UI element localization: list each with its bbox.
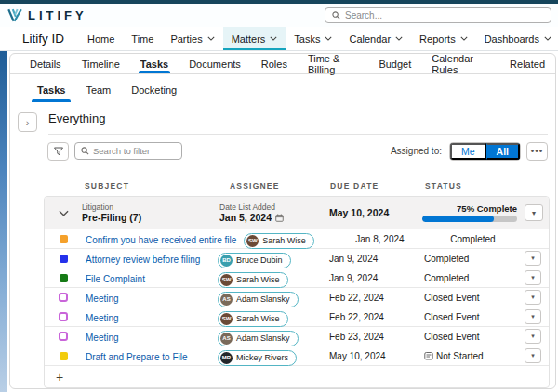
nav-item-tasks[interactable]: Tasks [286, 27, 340, 50]
tasks-table: SUBJECT ASSIGNEE DUE DATE STATUS Litigat… [44, 181, 550, 388]
app-launcher-icon[interactable] [7, 33, 11, 46]
app-nav-bar: Litify ID Home Time Parties Matters Task… [0, 27, 558, 51]
tab-roles[interactable]: Roles [251, 54, 298, 73]
assignee-name: Adam Slansky [236, 294, 290, 304]
nav-item-label: Dashboards [485, 33, 539, 45]
tab-tasks[interactable]: Tasks [130, 54, 179, 73]
task-subject-link[interactable]: Confirm you have received entire file [82, 235, 236, 245]
record-tabs: DetailsTimelineTasksDocumentsRolesTime &… [10, 54, 555, 74]
tab-timeline[interactable]: Timeline [72, 54, 130, 73]
nav-item-label: Tasks [294, 33, 320, 45]
assignee-pill[interactable]: SW Sarah Wise [244, 233, 314, 249]
nav-item-time[interactable]: Time [123, 27, 162, 50]
more-actions-button[interactable]: ••• [526, 142, 548, 161]
tab-documents[interactable]: Documents [179, 54, 251, 73]
nav-item-matters[interactable]: Matters [223, 27, 286, 50]
nav-item-reports[interactable]: Reports [411, 27, 476, 50]
date-list-added-label: Date List Added [219, 203, 324, 212]
due-date: Jan 9, 2024 [324, 273, 420, 283]
table-row: Confirm you have received entire file SW… [45, 229, 549, 248]
chevron-down-icon [270, 36, 277, 41]
row-actions-button[interactable]: ▾ [525, 270, 541, 285]
nav-item-home[interactable]: Home [79, 27, 123, 50]
col-due-date: DUE DATE [325, 181, 421, 190]
brand-bar: LITIFY [0, 4, 558, 27]
group-progress: 75% Complete [420, 203, 525, 222]
sub-tab-tasks[interactable]: Tasks [27, 85, 75, 102]
task-subject-link[interactable]: Meeting [82, 333, 119, 343]
tab-calendar-rules[interactable]: Calendar Rules [421, 54, 499, 73]
assigned-me-button[interactable]: Me [450, 143, 486, 160]
assignee-name: Sarah Wise [236, 314, 280, 323]
assignee-name: Adam Slansky [236, 333, 290, 343]
search-icon [81, 147, 89, 155]
record-tab-label: Related [510, 59, 545, 70]
filter-search[interactable] [74, 142, 182, 160]
sub-tab-team[interactable]: Team [75, 85, 121, 102]
due-date: Feb 22, 2024 [324, 312, 420, 322]
row-actions-button[interactable]: ▾ [525, 309, 541, 324]
task-subject-link[interactable]: Meeting [82, 313, 119, 323]
calendar-icon[interactable] [275, 214, 284, 222]
tab-time-billing[interactable]: Time & Billing [298, 54, 368, 73]
row-actions-button[interactable]: ▾ [525, 329, 541, 344]
sub-tab-label: Docketing [131, 85, 177, 96]
group-type-label: Litigation [82, 203, 210, 212]
group-actions-button[interactable]: ▾ [525, 204, 543, 221]
nav-items: Home Time Parties Matters Tasks Calendar… [79, 27, 558, 50]
litify-logo-text: LITIFY [28, 8, 87, 22]
nav-item-label: Reports [419, 33, 456, 45]
status-text: Completed [450, 234, 495, 244]
assigned-to-toggle: Me All [449, 142, 521, 161]
tab-details[interactable]: Details [20, 54, 72, 73]
chevron-down-icon [395, 36, 403, 41]
filter-button[interactable] [47, 142, 69, 161]
app-name[interactable]: Litify ID [22, 32, 64, 46]
caret-down-icon: ▾ [532, 209, 536, 217]
task-subject-link[interactable]: Draft and Prepare to File [82, 352, 188, 362]
assignee-pill[interactable]: SW Sarah Wise [218, 272, 288, 288]
row-actions-button[interactable]: ▾ [525, 348, 541, 363]
tab-budget[interactable]: Budget [368, 54, 421, 73]
collapse-panel-button[interactable]: › [18, 112, 37, 132]
record-card: DetailsTimelineTasksDocumentsRolesTime &… [9, 53, 556, 389]
nav-item-parties[interactable]: Parties [162, 27, 222, 50]
caret-down-icon: ▾ [531, 313, 535, 320]
date-list-added-value: Jan 5, 2024 [219, 212, 272, 224]
tab-related[interactable]: Related [499, 54, 555, 73]
task-type-icon [59, 332, 68, 341]
task-subject-link[interactable]: Meeting [82, 294, 119, 304]
due-date: May 10, 2024 [324, 351, 420, 361]
assignee-pill[interactable]: AS Adam Slansky [218, 292, 299, 307]
global-search-input[interactable] [345, 10, 544, 20]
add-task-button[interactable]: + [56, 371, 63, 384]
task-subject-link[interactable]: Attorney review before filing [82, 255, 200, 265]
theme-background-strip [0, 51, 7, 392]
assignee-pill[interactable]: SW Sarah Wise [218, 311, 288, 327]
group-expand-toggle[interactable] [45, 210, 82, 216]
table-row: Draft and Prepare to File MR Mickey Rive… [45, 346, 549, 365]
filter-search-input[interactable] [93, 146, 176, 156]
nav-item-dashboards[interactable]: Dashboards [476, 27, 558, 50]
page-body: DetailsTimelineTasksDocumentsRolesTime &… [0, 51, 558, 392]
sub-tab-docketing[interactable]: Docketing [121, 85, 187, 102]
caret-down-icon: ▾ [531, 274, 535, 281]
search-icon [332, 11, 340, 20]
assigned-all-button[interactable]: All [486, 143, 520, 160]
task-subject-link[interactable]: File Complaint [82, 274, 145, 284]
task-type-icon [60, 235, 68, 243]
avatar: MR [220, 352, 232, 364]
assignee-pill[interactable]: AS Adam Slansky [218, 331, 299, 346]
assignee-pill[interactable]: MR Mickey Rivers [218, 350, 297, 366]
assignee-pill[interactable]: BD Bruce Dubin [218, 253, 291, 268]
row-actions-button[interactable]: ▾ [525, 290, 541, 305]
table-row: File Complaint SW Sarah Wise Jan 9, 2024… [45, 268, 549, 287]
status-text: Closed Event [424, 312, 479, 322]
list-title-block: Everything [48, 110, 548, 135]
task-type-icon [59, 312, 68, 321]
col-assignee: ASSIGNEE [211, 181, 325, 190]
ellipsis-icon: ••• [531, 146, 544, 156]
nav-item-calendar[interactable]: Calendar [340, 27, 411, 50]
row-actions-button[interactable]: ▾ [525, 251, 541, 266]
global-search[interactable] [325, 7, 551, 23]
